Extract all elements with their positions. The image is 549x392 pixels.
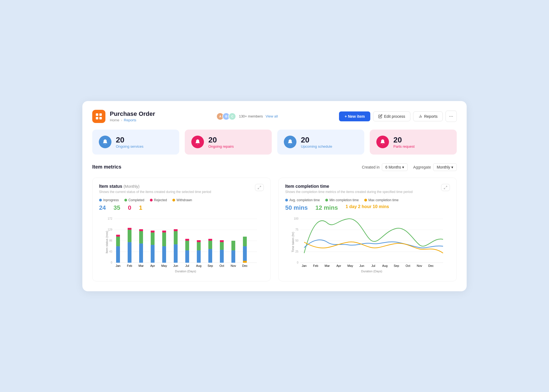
legend-dot-completed (124, 199, 127, 201)
legend-inprogress: Inprogress (99, 198, 119, 202)
item-status-legend: Inprogress Completed Rejected Withdrawn (99, 198, 264, 202)
item-status-expand-button[interactable] (255, 184, 264, 191)
stat-info-3: 20 Upcoming schedule (301, 136, 332, 149)
aggregate-select[interactable]: Monthly ▾ (433, 163, 457, 171)
svg-text:50: 50 (295, 239, 299, 242)
avatars: A B C (216, 113, 236, 120)
stat-val-num-max: 1 day 2 hour 10 mins (346, 204, 389, 209)
stat-val-completed: 35 (113, 204, 120, 211)
legend-dot-inprogress (99, 199, 102, 201)
stat-label-2: Ongoing repairs (208, 144, 234, 149)
svg-text:Jul: Jul (185, 264, 189, 267)
completion-time-desc: Shows the completion time metrics of the… (285, 190, 413, 194)
created-in-control: Created in 6 Months ▾ (362, 163, 408, 171)
svg-rect-34 (162, 231, 166, 233)
reports-button[interactable]: Reports (413, 111, 443, 121)
svg-rect-50 (231, 250, 235, 263)
completion-values: 50 mins 12 mins 1 day 2 hour 10 mins (285, 204, 450, 211)
metrics-title: Item metrics (92, 164, 121, 170)
aggregate-control: Aggregate Monthly ▾ (413, 163, 457, 171)
svg-text:Dec: Dec (428, 264, 434, 267)
svg-rect-20 (116, 246, 120, 263)
svg-rect-36 (174, 231, 178, 244)
completion-line-chart: 100 75 50 25 0 Time taken (hr) (285, 215, 450, 275)
svg-text:Feb: Feb (313, 264, 318, 267)
avatar-3: C (228, 113, 236, 120)
stat-card-ongoing-repairs: 20 Ongoing repairs (185, 130, 272, 155)
legend-label-avg: Avg. completion time (289, 198, 320, 202)
stat-num-3: 20 (301, 136, 332, 144)
svg-text:172: 172 (108, 217, 112, 220)
legend-label-min: Min completion time (329, 198, 359, 202)
breadcrumb-home[interactable]: Home (110, 118, 119, 122)
svg-text:129: 129 (108, 228, 112, 231)
svg-text:Dec: Dec (242, 264, 248, 267)
legend-max: Max completion time (364, 198, 399, 202)
svg-rect-3 (99, 117, 102, 119)
chevron-down-icon-2: ▾ (451, 165, 453, 169)
svg-rect-30 (151, 233, 155, 245)
header-left: Purchase Order Home › Reports (92, 110, 155, 123)
legend-label-rejected: Rejected (154, 198, 167, 202)
completion-legend: Avg. completion time Min completion time… (285, 198, 450, 202)
stat-val-num-avg: 50 mins (285, 204, 308, 211)
stat-val-min: 12 mins (315, 204, 338, 211)
svg-line-8 (258, 188, 259, 189)
svg-rect-28 (139, 229, 143, 231)
svg-text:Item status (nos): Item status (nos) (105, 231, 108, 253)
svg-text:100: 100 (294, 217, 298, 220)
stat-label-4: Parts request (393, 144, 414, 149)
metrics-controls: Created in 6 Months ▾ Aggregate Monthly … (362, 163, 457, 171)
completion-time-title: Item completion time (285, 184, 413, 189)
stat-val-num-completed: 35 (113, 204, 120, 211)
svg-line-69 (444, 188, 445, 189)
svg-text:May: May (348, 264, 353, 267)
completion-expand-button[interactable] (441, 184, 450, 191)
header: Purchase Order Home › Reports A B C 130+… (92, 110, 457, 123)
svg-text:Aug: Aug (382, 264, 388, 267)
new-item-button[interactable]: + New item (339, 111, 370, 121)
legend-label-inprogress: Inprogress (103, 198, 119, 202)
svg-rect-35 (174, 244, 178, 263)
legend-min: Min completion time (325, 198, 359, 202)
svg-rect-53 (243, 237, 247, 246)
svg-rect-29 (151, 245, 155, 263)
svg-text:Sep: Sep (394, 264, 399, 267)
svg-text:Sep: Sep (208, 264, 213, 267)
svg-text:Jan: Jan (302, 264, 307, 267)
svg-line-68 (446, 186, 447, 187)
stat-num-2: 20 (208, 136, 234, 144)
stat-icon-bell-4 (376, 136, 389, 148)
header-title-area: Purchase Order Home › Reports (110, 110, 155, 122)
legend-label-completed: Completed (128, 198, 144, 202)
svg-text:43: 43 (109, 250, 113, 253)
svg-rect-54 (243, 261, 247, 263)
stat-info-2: 20 Ongoing repairs (208, 136, 234, 149)
members-count: 130+ members (239, 114, 263, 118)
svg-rect-0 (96, 113, 98, 116)
svg-text:25: 25 (295, 250, 299, 253)
svg-rect-39 (185, 241, 189, 250)
svg-text:Feb: Feb (127, 264, 132, 267)
stat-card-upcoming-schedule: 20 Upcoming schedule (277, 130, 364, 155)
svg-rect-22 (116, 235, 120, 237)
svg-text:Apr: Apr (150, 264, 155, 267)
stat-icon-bell-3 (284, 136, 296, 148)
legend-label-withdrawn: Withdrawn (177, 198, 192, 202)
more-button[interactable]: ··· (446, 111, 457, 122)
svg-text:0: 0 (297, 261, 298, 264)
svg-rect-44 (208, 249, 212, 263)
svg-text:Jul: Jul (371, 264, 375, 267)
stat-val-num-rejected: 0 (128, 204, 131, 211)
svg-rect-52 (243, 246, 247, 263)
item-status-desc: Shows the current status of the items cr… (99, 190, 211, 194)
svg-rect-38 (185, 250, 189, 263)
breadcrumb-separator: › (121, 118, 122, 122)
svg-rect-32 (162, 246, 166, 263)
edit-process-button[interactable]: Edit process (373, 111, 410, 121)
created-in-select[interactable]: 6 Months ▾ (382, 163, 408, 171)
view-all-link[interactable]: View all (265, 114, 278, 118)
stat-val-num-min: 12 mins (315, 204, 338, 211)
stat-icon-bell-1 (99, 136, 111, 148)
stat-val-avg: 50 mins (285, 204, 308, 211)
